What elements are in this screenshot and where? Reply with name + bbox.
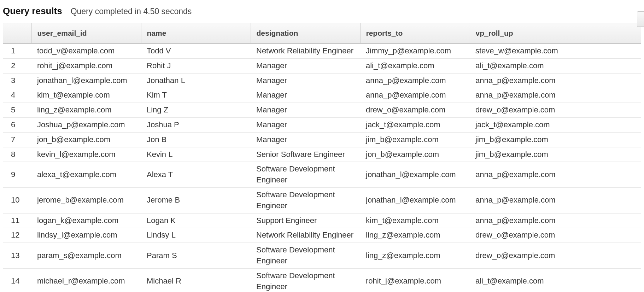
cell-name: Jon B [141, 132, 251, 147]
cell-reports-to: Jimmy_p@example.com [360, 43, 470, 58]
cell-name: Rohit J [141, 58, 251, 73]
cell-name: Todd V [141, 43, 251, 58]
cell-designation: Manager [251, 117, 360, 132]
table-row[interactable]: 14michael_r@example.comMichael RSoftware… [3, 268, 641, 292]
table-row[interactable]: 13param_s@example.comParam SSoftware Dev… [3, 243, 641, 269]
cell-reports-to: rohit_j@example.com [360, 268, 470, 292]
cell-reports-to: ling_z@example.com [360, 228, 470, 243]
cell-user-email-id: kim_t@example.com [31, 88, 141, 103]
table-row[interactable]: 11logan_k@example.comLogan KSupport Engi… [3, 213, 641, 228]
table-row[interactable]: 6Joshua_p@example.comJoshua PManagerjack… [3, 117, 641, 132]
cell-designation: Software Development Engineer [251, 187, 360, 213]
cell-designation: Manager [251, 88, 360, 103]
cell-name: Lindsy L [141, 228, 251, 243]
cell-reports-to: anna_p@example.com [360, 73, 470, 88]
cell-name: Kevin L [141, 147, 251, 162]
col-header-name[interactable]: name [141, 23, 251, 43]
row-index: 7 [3, 132, 31, 147]
table-row[interactable]: 9alexa_t@example.comAlexa TSoftware Deve… [3, 162, 641, 188]
cell-user-email-id: jerome_b@example.com [31, 187, 141, 213]
cell-reports-to: ling_z@example.com [360, 243, 470, 269]
cell-name: Jonathan L [141, 73, 251, 88]
row-index: 9 [3, 162, 31, 188]
col-header-vp-roll-up[interactable]: vp_roll_up [470, 23, 641, 43]
cell-user-email-id: rohit_j@example.com [31, 58, 141, 73]
cell-reports-to: anna_p@example.com [360, 88, 470, 103]
cell-user-email-id: todd_v@example.com [31, 43, 141, 58]
cell-reports-to: drew_o@example.com [360, 103, 470, 118]
row-index: 14 [3, 268, 31, 292]
cell-name: Alexa T [141, 162, 251, 188]
table-row[interactable]: 4kim_t@example.comKim TManageranna_p@exa… [3, 88, 641, 103]
row-index: 5 [3, 103, 31, 118]
cell-vp-roll-up: anna_p@example.com [470, 213, 641, 228]
cell-name: Ling Z [141, 103, 251, 118]
cell-vp-roll-up: ali_t@example.com [470, 268, 641, 292]
cell-reports-to: ali_t@example.com [360, 58, 470, 73]
cell-name: Param S [141, 243, 251, 269]
cell-vp-roll-up: jim_b@example.com [470, 147, 641, 162]
cell-designation: Network Reliability Engineer [251, 228, 360, 243]
table-row[interactable]: 10jerome_b@example.comJerome BSoftware D… [3, 187, 641, 213]
cell-vp-roll-up: jim_b@example.com [470, 132, 641, 147]
cell-user-email-id: kevin_l@example.com [31, 147, 141, 162]
row-index: 11 [3, 213, 31, 228]
page-title: Query results [3, 6, 62, 17]
cell-designation: Manager [251, 73, 360, 88]
table-row[interactable]: 5ling_z@example.comLing ZManagerdrew_o@e… [3, 103, 641, 118]
table-row[interactable]: 7jon_b@example.comJon BManagerjim_b@exam… [3, 132, 641, 147]
cell-designation: Manager [251, 132, 360, 147]
side-drawer-toggle[interactable] [637, 11, 644, 27]
table-row[interactable]: 1todd_v@example.comTodd VNetwork Reliabi… [3, 43, 641, 58]
results-table: user_email_id name designation reports_t… [3, 23, 641, 292]
table-header-row: user_email_id name designation reports_t… [3, 23, 641, 43]
cell-name: Kim T [141, 88, 251, 103]
cell-reports-to: jon_b@example.com [360, 147, 470, 162]
cell-user-email-id: logan_k@example.com [31, 213, 141, 228]
cell-reports-to: jack_t@example.com [360, 117, 470, 132]
cell-user-email-id: lindsy_l@example.com [31, 228, 141, 243]
cell-name: Michael R [141, 268, 251, 292]
table-row[interactable]: 3jonathan_l@example.comJonathan LManager… [3, 73, 641, 88]
cell-designation: Software Development Engineer [251, 162, 360, 188]
cell-vp-roll-up: anna_p@example.com [470, 88, 641, 103]
cell-vp-roll-up: anna_p@example.com [470, 73, 641, 88]
row-index: 3 [3, 73, 31, 88]
row-index: 8 [3, 147, 31, 162]
query-status-text: Query completed in 4.50 seconds [71, 7, 192, 16]
row-index: 10 [3, 187, 31, 213]
cell-designation: Software Development Engineer [251, 268, 360, 292]
table-row[interactable]: 2rohit_j@example.comRohit JManagerali_t@… [3, 58, 641, 73]
cell-user-email-id: Joshua_p@example.com [31, 117, 141, 132]
cell-designation: Software Development Engineer [251, 243, 360, 269]
cell-vp-roll-up: anna_p@example.com [470, 187, 641, 213]
cell-user-email-id: ling_z@example.com [31, 103, 141, 118]
cell-vp-roll-up: drew_o@example.com [470, 243, 641, 269]
cell-designation: Support Engineer [251, 213, 360, 228]
cell-name: Jerome B [141, 187, 251, 213]
cell-user-email-id: param_s@example.com [31, 243, 141, 269]
cell-designation: Network Reliability Engineer [251, 43, 360, 58]
cell-designation: Manager [251, 58, 360, 73]
row-index: 12 [3, 228, 31, 243]
row-index: 13 [3, 243, 31, 269]
row-index: 4 [3, 88, 31, 103]
col-header-user-email-id[interactable]: user_email_id [31, 23, 141, 43]
results-header: Query results Query completed in 4.50 se… [0, 0, 644, 23]
cell-reports-to: kim_t@example.com [360, 213, 470, 228]
table-row[interactable]: 8kevin_l@example.comKevin LSenior Softwa… [3, 147, 641, 162]
cell-vp-roll-up: steve_w@example.com [470, 43, 641, 58]
results-table-wrapper: user_email_id name designation reports_t… [3, 23, 641, 292]
cell-vp-roll-up: anna_p@example.com [470, 162, 641, 188]
table-body: 1todd_v@example.comTodd VNetwork Reliabi… [3, 43, 641, 292]
table-row[interactable]: 12lindsy_l@example.comLindsy LNetwork Re… [3, 228, 641, 243]
col-header-index[interactable] [3, 23, 31, 43]
row-index: 1 [3, 43, 31, 58]
cell-user-email-id: jon_b@example.com [31, 132, 141, 147]
col-header-designation[interactable]: designation [251, 23, 360, 43]
cell-reports-to: jim_b@example.com [360, 132, 470, 147]
cell-user-email-id: michael_r@example.com [31, 268, 141, 292]
col-header-reports-to[interactable]: reports_to [360, 23, 470, 43]
row-index: 6 [3, 117, 31, 132]
cell-reports-to: jonathan_l@example.com [360, 187, 470, 213]
